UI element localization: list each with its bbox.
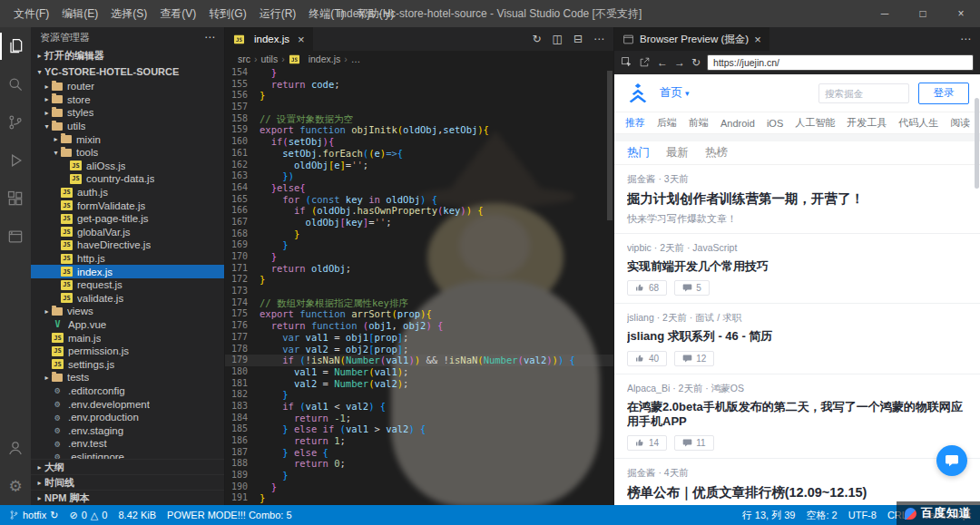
tree-item-router[interactable]: ▸router [31,80,224,93]
power-mode-status[interactable]: POWER MODE!!! Combo: 5 [167,510,292,520]
nav-item-推荐[interactable]: 推荐 [625,116,645,130]
tree-item-.env.test[interactable]: ⚙.env.test [31,437,224,451]
code-line[interactable]: 181 val2 = Number(val2); [225,378,613,390]
login-button[interactable]: 登录 [918,83,969,104]
code-editor[interactable]: 154 }155 return code;156}157158// 设置对象数据… [225,67,613,505]
forward-icon[interactable]: → [674,57,685,68]
run-debug-icon[interactable] [0,141,31,180]
more-actions-icon[interactable]: ⋯ [960,33,980,45]
open-editors-section[interactable]: ▸ 打开的编辑器 [31,47,224,63]
source-control-icon[interactable] [0,103,31,141]
git-branch-status[interactable]: hotfix ↻ [9,510,59,521]
code-line[interactable]: 162 oldObj[e]=''; [225,160,613,171]
tree-item-utils[interactable]: ▾utils [31,120,224,133]
tree-item-aliOss.js[interactable]: JSaliOss.js [31,160,224,173]
cursor-position-status[interactable]: 行 13, 列 39 [742,509,796,522]
code-line[interactable]: 159export function objInitk(oldObj,setOb… [225,124,613,136]
nav-item-前端[interactable]: 前端 [689,116,709,130]
comment-badge[interactable]: 12 [674,351,714,366]
article-title[interactable]: 在鸿蒙2.0beta手机版发布的第二天，我写了一个鸿蒙的物联网应用手机APP [627,400,967,430]
code-line[interactable]: 167 oldObj[key]=''; [225,217,613,228]
browser-preview-icon[interactable] [0,218,31,256]
problems-status[interactable]: ⊘ 0 △ 0 [70,510,108,521]
explorer-icon[interactable] [0,27,31,65]
tree-item-App.vue[interactable]: VApp.vue [31,318,224,332]
account-icon[interactable] [0,429,31,467]
code-line[interactable]: 177 var val1 = obj1[prop]; [225,332,613,344]
file-size-status[interactable]: 8.42 KiB [118,510,156,520]
sidebar-section-时间线[interactable]: ▸时间线 [31,474,224,490]
code-line[interactable]: 154 } [225,67,613,79]
tree-item-mixin[interactable]: ▸mixin [31,132,224,146]
comment-badge[interactable]: 11 [674,435,713,451]
code-line[interactable]: 155 return code; [225,79,613,91]
project-root-section[interactable]: ▾ YC-STORE-HOTEL-SOURCE [31,63,224,80]
code-line[interactable]: 188 return 0; [225,458,613,470]
sidebar-section-大纲[interactable]: ▸大纲 [31,459,224,474]
code-line[interactable]: 184 return -1; [225,413,613,424]
sidebar-section-NPM 脚本[interactable]: ▸NPM 脚本 [31,490,224,505]
tree-item-main.js[interactable]: JSmain.js [31,331,224,345]
code-line[interactable]: 164 }else{ [225,182,613,194]
code-line[interactable]: 183 if (val1 < val2) { [225,401,613,413]
tree-item-tests[interactable]: ▸tests [31,371,224,384]
menu-帮助(H)[interactable]: 帮助(H) [351,0,401,27]
nav-item-阅读[interactable]: 阅读 [950,116,970,130]
tree-item-.env.staging[interactable]: ⚙.env.staging [31,423,224,437]
code-line[interactable]: 161 setObj.forEach((e)=>{ [225,148,613,160]
article-item[interactable]: jsliang · 2天前 · 面试 / 求职jsliang 求职系列 - 46… [614,304,980,374]
code-line[interactable]: 178 var val2 = obj2[prop]; [225,344,613,355]
article-item[interactable]: Alpaca_Bi · 2天前 · 鸿蒙OS在鸿蒙2.0beta手机版发布的第二… [614,374,980,460]
indentation-status[interactable]: 空格: 2 [807,509,838,522]
tree-item-country-data.js[interactable]: JScountry-data.js [31,172,224,186]
tree-item-views[interactable]: ▸views [31,305,224,318]
tree-item-store[interactable]: ▸store [31,93,224,107]
more-actions-icon[interactable]: ⋯ [204,31,215,44]
tree-item-globalVar.js[interactable]: JSglobalVar.js [31,226,224,239]
breadcrumb-item[interactable]: src [238,53,250,64]
open-in-browser-icon[interactable] [639,56,651,70]
menu-转到(G)[interactable]: 转到(G) [202,0,252,27]
code-line[interactable]: 186 return 1; [225,435,613,447]
breadcrumb-item[interactable]: utils [261,53,279,64]
feed-tab-热榜[interactable]: 热榜 [705,145,728,160]
comment-badge[interactable]: 5 [674,280,710,296]
article-title[interactable]: 实现前端开发几个常用技巧 [627,259,967,274]
article-title[interactable]: jsliang 求职系列 - 46 - 简历 [627,329,967,344]
home-menu[interactable]: 首页 ▾ [660,85,690,101]
article-item[interactable]: vipbic · 2天前 · JavaScript实现前端开发几个常用技巧685 [614,234,980,304]
tree-item-haveDirective.js[interactable]: JShaveDirective.js [31,238,224,252]
code-line[interactable]: 156} [225,90,613,102]
tab-browser-preview[interactable]: Browser Preview (掘金) × [614,27,769,51]
code-line[interactable]: 163 }) [225,170,613,182]
refresh-icon[interactable]: ↻ [691,57,701,68]
tree-item-.editorconfig[interactable]: ⚙.editorconfig [31,384,224,398]
refresh-icon[interactable]: ↻ [533,33,542,45]
close-tab-icon[interactable]: × [754,33,761,46]
tree-item-settings.js[interactable]: JSsettings.js [31,357,224,371]
code-line[interactable]: 157 [225,102,613,113]
menu-查看(V)[interactable]: 查看(V) [153,0,202,27]
nav-item-开发工具[interactable]: 开发工具 [847,116,887,130]
maximize-icon[interactable]: □ [904,0,942,27]
article-title[interactable]: 掘力计划创作者训练营第一期，开营了！ [627,190,967,207]
code-line[interactable]: 172} [225,274,613,286]
back-icon[interactable]: ← [657,57,668,68]
settings-gear-icon[interactable]: ⚙ [0,467,31,505]
extensions-icon[interactable] [0,180,31,218]
breadcrumb-item[interactable]: index.js [309,53,341,64]
code-line[interactable]: 182 } [225,389,613,401]
code-line[interactable]: 189 } [225,470,613,481]
nav-item-后端[interactable]: 后端 [657,116,677,130]
tree-item-http.js[interactable]: JShttp.js [31,252,224,266]
article-title[interactable]: 榜单公布｜优质文章排行榜(12.09~12.15) [627,484,967,501]
tree-item-request.js[interactable]: JSrequest.js [31,278,224,292]
nav-item-iOS[interactable]: iOS [767,118,783,129]
tree-item-auth.js[interactable]: JSauth.js [31,186,224,199]
menu-文件(F)[interactable]: 文件(F) [7,0,55,27]
tree-item-.eslintignore[interactable]: ⚙.eslintignore [31,451,224,459]
article-item[interactable]: 掘金酱 · 4天前榜单公布｜优质文章排行榜(12.09~12.15)快来看看你有… [614,459,980,505]
feed-tab-最新[interactable]: 最新 [666,145,689,160]
nav-item-代码人生[interactable]: 代码人生 [898,116,938,130]
close-tab-icon[interactable]: × [298,33,305,46]
